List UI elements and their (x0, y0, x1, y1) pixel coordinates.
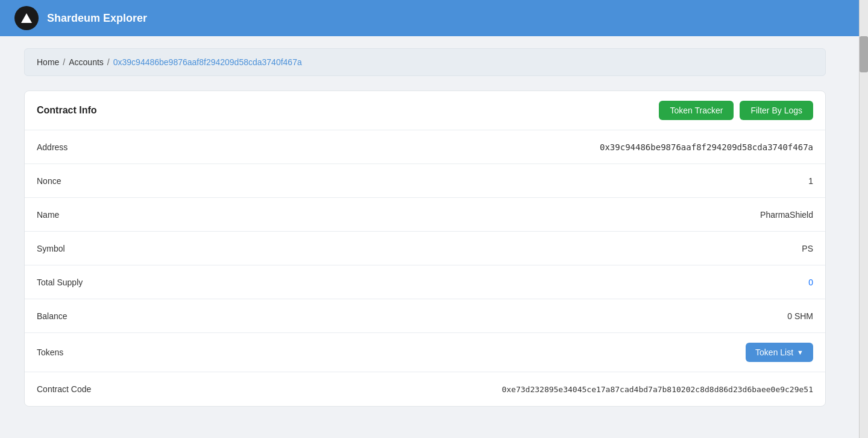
info-row: Nonce1 (25, 164, 825, 198)
scrollbar-thumb[interactable] (860, 36, 868, 72)
breadcrumb-separator-1: / (63, 57, 65, 67)
info-label: Contract Code (37, 384, 121, 394)
scrollbar[interactable] (859, 0, 868, 438)
info-value: Token List ▼ (746, 343, 813, 362)
app-title: Shardeum Explorer (47, 12, 147, 25)
card-title: Contract Info (37, 105, 97, 116)
info-row: Balance0 SHM (25, 299, 825, 333)
info-label: Total Supply (37, 278, 121, 287)
card-header-buttons: Token Tracker Filter By Logs (659, 101, 813, 120)
info-row: Address0x39c94486be9876aaf8f294209d58cda… (25, 130, 825, 164)
card-header: Contract Info Token Tracker Filter By Lo… (25, 91, 825, 130)
breadcrumb-separator-2: / (107, 57, 110, 67)
info-value: PharmaShield (760, 210, 813, 220)
filter-by-logs-button[interactable]: Filter By Logs (740, 101, 813, 120)
info-value: 0xe73d232895e34045ce17a87cad4bd7a7b81020… (502, 385, 813, 394)
breadcrumb-accounts[interactable]: Accounts (69, 57, 104, 67)
info-label: Symbol (37, 244, 121, 253)
info-row: NamePharmaShield (25, 198, 825, 232)
token-tracker-button[interactable]: Token Tracker (659, 101, 734, 120)
card-rows: Address0x39c94486be9876aaf8f294209d58cda… (25, 130, 825, 406)
info-value: 1 (808, 176, 813, 186)
app-logo (14, 6, 39, 30)
info-label: Nonce (37, 176, 121, 186)
chevron-down-icon: ▼ (797, 349, 804, 356)
info-value: 0 (808, 278, 813, 287)
breadcrumb-current-address: 0x39c94486be9876aaf8f294209d58cda3740f46… (113, 57, 302, 67)
info-value: 0 SHM (787, 311, 813, 321)
info-label: Name (37, 210, 121, 220)
info-row: TokensToken List ▼ (25, 333, 825, 372)
app-header: Shardeum Explorer (0, 0, 868, 36)
logo-triangle-icon (21, 13, 32, 23)
info-value: 0x39c94486be9876aaf8f294209d58cda3740f46… (600, 142, 813, 152)
token-list-button[interactable]: Token List ▼ (746, 343, 813, 362)
info-label: Tokens (37, 348, 121, 357)
contract-info-card: Contract Info Token Tracker Filter By Lo… (24, 90, 826, 407)
breadcrumb: Home / Accounts / 0x39c94486be9876aaf8f2… (24, 48, 826, 76)
breadcrumb-home[interactable]: Home (37, 57, 59, 67)
info-label: Balance (37, 311, 121, 321)
main-content: Home / Accounts / 0x39c94486be9876aaf8f2… (0, 36, 850, 419)
info-value: PS (802, 244, 813, 253)
info-row: Total Supply0 (25, 265, 825, 299)
info-row: Contract Code0xe73d232895e34045ce17a87ca… (25, 372, 825, 406)
info-label: Address (37, 142, 121, 152)
info-row: SymbolPS (25, 232, 825, 265)
